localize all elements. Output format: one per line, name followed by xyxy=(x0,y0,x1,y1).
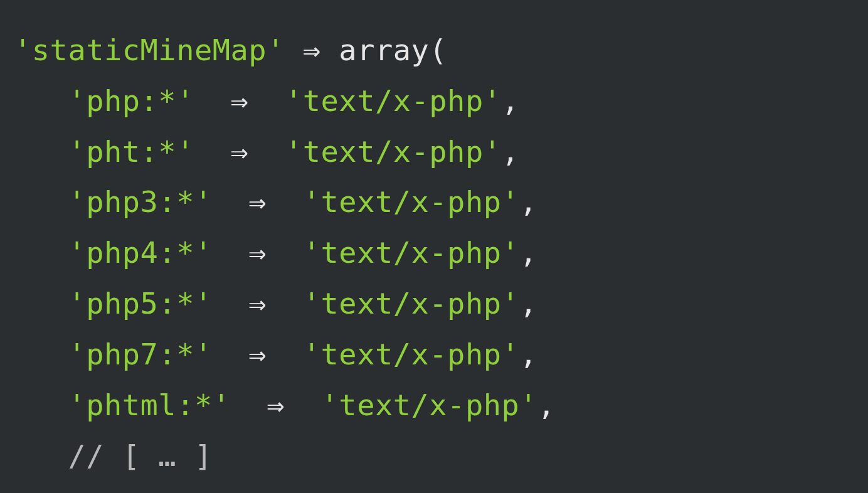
entry-key: 'phtml:*' xyxy=(68,388,230,422)
array-keyword: array xyxy=(339,33,429,67)
entry-key: 'php3:*' xyxy=(68,184,212,219)
entry-value: 'text/x-php' xyxy=(303,235,520,270)
double-arrow-icon: ⇒ xyxy=(248,184,267,219)
double-arrow-icon: ⇒ xyxy=(303,33,321,67)
double-arrow-icon: ⇒ xyxy=(248,337,267,371)
comma: , xyxy=(519,337,537,371)
entry-value: 'text/x-php' xyxy=(285,134,502,169)
entry-key: 'php7:*' xyxy=(68,337,212,371)
entry-value: 'text/x-php' xyxy=(321,388,538,422)
comma: , xyxy=(502,134,520,169)
double-arrow-icon: ⇒ xyxy=(248,235,267,270)
double-arrow-icon: ⇒ xyxy=(248,286,267,321)
entry-key: 'php5:*' xyxy=(68,286,212,321)
double-arrow-icon: ⇒ xyxy=(267,388,285,422)
comma: , xyxy=(502,83,520,118)
entry-value: 'text/x-php' xyxy=(285,83,502,118)
entry-key: 'php:*' xyxy=(68,83,194,118)
open-paren: ( xyxy=(429,33,447,67)
entry-key: 'pht:*' xyxy=(68,134,194,169)
double-arrow-icon: ⇒ xyxy=(231,83,249,118)
comment: // [ … ] xyxy=(68,438,212,473)
double-arrow-icon: ⇒ xyxy=(231,134,249,169)
comma: , xyxy=(519,184,537,219)
entry-value: 'text/x-php' xyxy=(303,286,520,321)
code-block: 'staticMineMap' ⇒ array( 'php:*' ⇒ 'text… xyxy=(0,0,868,481)
entry-value: 'text/x-php' xyxy=(303,184,520,219)
comma: , xyxy=(519,235,537,270)
entry-value: 'text/x-php' xyxy=(303,337,520,371)
entry-key: 'php4:*' xyxy=(68,235,212,270)
comma: , xyxy=(519,286,537,321)
array-key-string: 'staticMineMap' xyxy=(14,33,285,67)
comma: , xyxy=(537,388,556,422)
